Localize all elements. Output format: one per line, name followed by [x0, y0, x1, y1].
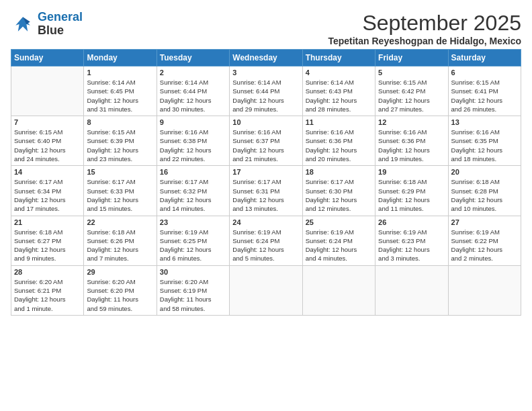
day-info: Sunrise: 6:20 AM Sunset: 6:21 PM Dayligh… — [14, 277, 81, 313]
logo-bird-icon — [11, 12, 35, 36]
calendar-col-header: Thursday — [302, 50, 375, 66]
logo-line1: General — [38, 10, 83, 24]
day-number: 2 — [160, 68, 226, 77]
day-number: 29 — [87, 268, 153, 276]
day-number: 7 — [14, 118, 81, 126]
day-info: Sunrise: 6:14 AM Sunset: 6:44 PM Dayligh… — [160, 78, 226, 113]
calendar-day-cell — [302, 265, 375, 315]
day-info: Sunrise: 6:15 AM Sunset: 6:41 PM Dayligh… — [451, 78, 518, 113]
day-number: 24 — [232, 218, 299, 226]
calendar-day-cell: 2Sunrise: 6:14 AM Sunset: 6:44 PM Daylig… — [157, 66, 229, 116]
day-number: 15 — [87, 168, 153, 176]
calendar-day-cell: 10Sunrise: 6:16 AM Sunset: 6:37 PM Dayli… — [230, 116, 302, 166]
day-number: 23 — [160, 218, 226, 226]
day-number: 6 — [451, 68, 518, 77]
day-number: 11 — [306, 118, 372, 126]
day-number: 10 — [232, 118, 299, 126]
calendar-day-cell — [448, 265, 521, 315]
calendar-day-cell: 21Sunrise: 6:18 AM Sunset: 6:27 PM Dayli… — [11, 216, 84, 265]
calendar-week-row: 28Sunrise: 6:20 AM Sunset: 6:21 PM Dayli… — [11, 265, 521, 315]
calendar-day-cell: 15Sunrise: 6:17 AM Sunset: 6:33 PM Dayli… — [84, 166, 157, 216]
title-area: September 2025 Tepetitan Reyeshogpan de … — [328, 11, 521, 46]
calendar-day-cell: 29Sunrise: 6:20 AM Sunset: 6:20 PM Dayli… — [84, 265, 157, 315]
day-info: Sunrise: 6:18 AM Sunset: 6:27 PM Dayligh… — [14, 228, 81, 263]
calendar-day-cell: 16Sunrise: 6:17 AM Sunset: 6:32 PM Dayli… — [157, 166, 229, 216]
calendar-col-header: Friday — [375, 50, 448, 66]
day-number: 28 — [14, 268, 81, 276]
day-info: Sunrise: 6:15 AM Sunset: 6:39 PM Dayligh… — [87, 128, 153, 163]
day-info: Sunrise: 6:16 AM Sunset: 6:38 PM Dayligh… — [160, 128, 226, 163]
day-number: 9 — [160, 118, 226, 126]
day-number: 19 — [378, 168, 445, 176]
day-number: 3 — [232, 68, 299, 77]
calendar-day-cell — [230, 265, 302, 315]
day-info: Sunrise: 6:15 AM Sunset: 6:40 PM Dayligh… — [14, 128, 81, 163]
calendar-day-cell: 3Sunrise: 6:14 AM Sunset: 6:44 PM Daylig… — [230, 66, 302, 116]
day-number: 1 — [87, 68, 153, 77]
svg-marker-0 — [15, 17, 30, 32]
day-info: Sunrise: 6:14 AM Sunset: 6:44 PM Dayligh… — [232, 78, 299, 113]
day-number: 26 — [378, 218, 445, 226]
calendar-day-cell: 25Sunrise: 6:19 AM Sunset: 6:24 PM Dayli… — [302, 216, 375, 265]
day-number: 16 — [160, 168, 226, 176]
day-info: Sunrise: 6:18 AM Sunset: 6:28 PM Dayligh… — [451, 177, 518, 213]
day-number: 21 — [14, 218, 81, 226]
calendar-day-cell: 9Sunrise: 6:16 AM Sunset: 6:38 PM Daylig… — [157, 116, 229, 166]
location-title: Tepetitan Reyeshogpan de Hidalgo, Mexico — [328, 36, 521, 46]
day-number: 12 — [378, 118, 445, 126]
day-info: Sunrise: 6:19 AM Sunset: 6:22 PM Dayligh… — [451, 228, 518, 263]
day-info: Sunrise: 6:19 AM Sunset: 6:24 PM Dayligh… — [306, 228, 372, 263]
day-number: 4 — [306, 68, 372, 77]
day-info: Sunrise: 6:15 AM Sunset: 6:42 PM Dayligh… — [378, 78, 445, 113]
day-info: Sunrise: 6:17 AM Sunset: 6:31 PM Dayligh… — [232, 177, 299, 213]
calendar-day-cell: 19Sunrise: 6:18 AM Sunset: 6:29 PM Dayli… — [375, 166, 448, 216]
day-info: Sunrise: 6:16 AM Sunset: 6:35 PM Dayligh… — [451, 128, 518, 163]
logo-text: General Blue — [38, 11, 83, 38]
calendar-table: SundayMondayTuesdayWednesdayThursdayFrid… — [11, 49, 521, 316]
day-info: Sunrise: 6:19 AM Sunset: 6:23 PM Dayligh… — [378, 228, 445, 263]
day-number: 8 — [87, 118, 153, 126]
calendar-day-cell: 1Sunrise: 6:14 AM Sunset: 6:45 PM Daylig… — [84, 66, 157, 116]
day-number: 25 — [306, 218, 372, 226]
calendar-day-cell: 28Sunrise: 6:20 AM Sunset: 6:21 PM Dayli… — [11, 265, 84, 315]
day-number: 20 — [451, 168, 518, 176]
calendar-day-cell: 5Sunrise: 6:15 AM Sunset: 6:42 PM Daylig… — [375, 66, 448, 116]
day-info: Sunrise: 6:17 AM Sunset: 6:33 PM Dayligh… — [87, 177, 153, 213]
day-number: 22 — [87, 218, 153, 226]
day-number: 27 — [451, 218, 518, 226]
calendar-day-cell: 4Sunrise: 6:14 AM Sunset: 6:43 PM Daylig… — [302, 66, 375, 116]
calendar-day-cell: 12Sunrise: 6:16 AM Sunset: 6:36 PM Dayli… — [375, 116, 448, 166]
calendar-day-cell: 26Sunrise: 6:19 AM Sunset: 6:23 PM Dayli… — [375, 216, 448, 265]
calendar-day-cell: 27Sunrise: 6:19 AM Sunset: 6:22 PM Dayli… — [448, 216, 521, 265]
day-info: Sunrise: 6:18 AM Sunset: 6:29 PM Dayligh… — [378, 177, 445, 213]
day-info: Sunrise: 6:16 AM Sunset: 6:36 PM Dayligh… — [306, 128, 372, 163]
day-info: Sunrise: 6:18 AM Sunset: 6:26 PM Dayligh… — [87, 228, 153, 263]
calendar-day-cell — [375, 265, 448, 315]
day-info: Sunrise: 6:20 AM Sunset: 6:20 PM Dayligh… — [87, 277, 153, 313]
day-info: Sunrise: 6:17 AM Sunset: 6:32 PM Dayligh… — [160, 177, 226, 213]
calendar-col-header: Sunday — [11, 50, 84, 66]
calendar-col-header: Wednesday — [230, 50, 302, 66]
day-number: 18 — [306, 168, 372, 176]
day-number: 5 — [378, 68, 445, 77]
day-info: Sunrise: 6:17 AM Sunset: 6:34 PM Dayligh… — [14, 177, 81, 213]
calendar-week-row: 21Sunrise: 6:18 AM Sunset: 6:27 PM Dayli… — [11, 216, 521, 265]
calendar-week-row: 7Sunrise: 6:15 AM Sunset: 6:40 PM Daylig… — [11, 116, 521, 166]
calendar-day-cell: 8Sunrise: 6:15 AM Sunset: 6:39 PM Daylig… — [84, 116, 157, 166]
calendar-day-cell: 11Sunrise: 6:16 AM Sunset: 6:36 PM Dayli… — [302, 116, 375, 166]
calendar-col-header: Saturday — [448, 50, 521, 66]
day-info: Sunrise: 6:20 AM Sunset: 6:19 PM Dayligh… — [160, 277, 226, 313]
calendar-day-cell: 14Sunrise: 6:17 AM Sunset: 6:34 PM Dayli… — [11, 166, 84, 216]
calendar-day-cell: 30Sunrise: 6:20 AM Sunset: 6:19 PM Dayli… — [157, 265, 229, 315]
calendar-day-cell: 24Sunrise: 6:19 AM Sunset: 6:24 PM Dayli… — [230, 216, 302, 265]
day-info: Sunrise: 6:14 AM Sunset: 6:45 PM Dayligh… — [87, 78, 153, 113]
calendar-day-cell — [11, 66, 84, 116]
calendar-day-cell: 6Sunrise: 6:15 AM Sunset: 6:41 PM Daylig… — [448, 66, 521, 116]
calendar-day-cell: 20Sunrise: 6:18 AM Sunset: 6:28 PM Dayli… — [448, 166, 521, 216]
calendar-week-row: 1Sunrise: 6:14 AM Sunset: 6:45 PM Daylig… — [11, 66, 521, 116]
day-info: Sunrise: 6:16 AM Sunset: 6:36 PM Dayligh… — [378, 128, 445, 163]
day-info: Sunrise: 6:14 AM Sunset: 6:43 PM Dayligh… — [306, 78, 372, 113]
day-info: Sunrise: 6:19 AM Sunset: 6:24 PM Dayligh… — [232, 228, 299, 263]
page-header: General Blue September 2025 Tepetitan Re… — [11, 11, 521, 46]
day-info: Sunrise: 6:16 AM Sunset: 6:37 PM Dayligh… — [232, 128, 299, 163]
